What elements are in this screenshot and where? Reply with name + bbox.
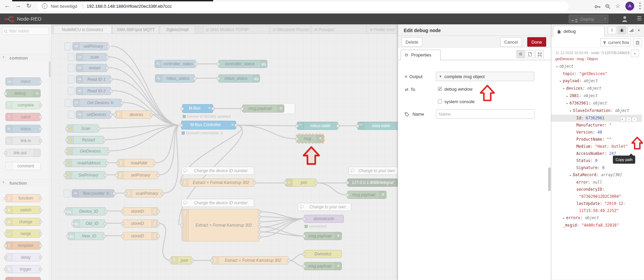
debug-tree-row[interactable]: Manufacturer: " <box>551 122 642 129</box>
copy-path-button[interactable]: >_ <box>620 117 626 122</box>
debug-tree-row[interactable]: 11T15:50:49.225Z" <box>551 207 642 214</box>
dialog-scrollbar[interactable] <box>548 167 551 191</box>
debug-tree-row[interactable]: Id: 67362961>_❐↑ <box>551 115 642 122</box>
node-description-icon-button[interactable] <box>526 50 534 58</box>
debug-message-subject: getDevices : msg : Object <box>555 57 598 61</box>
trash-icon-button[interactable] <box>633 38 642 46</box>
dialog-tab-bar: ⚙ Properties ⚙ <box>398 48 551 60</box>
zoom-out-icon[interactable] <box>605 3 610 9</box>
expand-icon[interactable]: ▸ <box>570 172 573 179</box>
funnel-icon <box>603 41 606 45</box>
expand-icon-button[interactable] <box>535 50 544 58</box>
browser-menu-icon[interactable]: ••• <box>638 2 642 10</box>
to-label: ⇄To <box>405 87 415 92</box>
browser-forward-icon[interactable]: → <box>14 2 22 9</box>
debug-tree-row[interactable]: error: null <box>551 179 642 186</box>
sidebar-tab-bar: debug i ▾ <box>551 24 644 37</box>
debug-window-label: debug window <box>444 87 472 92</box>
debug-tree-row[interactable]: Medium: "Heat: Outlet" <box>551 143 642 150</box>
delete-button[interactable]: Delete <box>401 37 422 47</box>
collapse-icon[interactable]: ▾ <box>566 100 570 107</box>
debug-message-menu-button[interactable]: ▾ <box>631 50 639 57</box>
debug-tree-row[interactable]: "673629612D2C3004" <box>551 193 642 200</box>
node-red-logo-icon <box>4 15 15 23</box>
debug-tree-row[interactable]: ▸DataRecord: array[30] <box>551 171 642 179</box>
debug-row-actions[interactable]: >_❐↑ <box>620 116 637 121</box>
avatar[interactable]: A <box>625 2 634 10</box>
collapse-icon[interactable]: ▾ <box>563 85 566 92</box>
edit-debug-node-dialog: Edit debug node Delete Cancel Done ⚙ Pro… <box>398 24 551 280</box>
page-info-icon[interactable]: i <box>42 3 47 9</box>
debug-tree-row[interactable]: ProductName: "" <box>551 136 642 143</box>
debug-tree-row[interactable]: Version: 48 <box>551 129 642 136</box>
debug-tree-row[interactable]: ▾object <box>551 63 642 70</box>
collapse-icon[interactable]: ▾ <box>559 78 563 85</box>
browser-reload-icon[interactable]: ↻ <box>24 2 33 9</box>
sidebar-toolbar: current flow <box>551 37 644 48</box>
shuffle-icon: ⇄ <box>405 87 408 92</box>
debug-tree-row[interactable]: lastUpdate: "2019-12- <box>551 200 642 207</box>
url-bar[interactable]: i Niet beveiligd | 192.168.0.148:1880/#f… <box>37 2 569 11</box>
user-icon[interactable] <box>622 16 627 22</box>
expand-icon[interactable]: ▸ <box>563 215 566 222</box>
name-input[interactable]: Name <box>436 109 534 119</box>
editor-shade <box>0 24 398 280</box>
name-placeholder: Name <box>439 112 451 117</box>
tag-icon <box>405 112 410 117</box>
debug-tree-row[interactable]: ▾SlaveInformation: object <box>551 107 642 115</box>
app-title: Node-RED <box>17 16 42 22</box>
dialog-toolbar: Delete Cancel Done <box>398 36 551 48</box>
dialog-title: Edit debug node <box>404 28 441 33</box>
debug-node-ref: node: 7c125709.048d18 <box>591 51 629 55</box>
debug-tree-row[interactable]: ▾payload: object <box>551 77 642 85</box>
copy-value-button[interactable]: ❐ <box>626 117 631 122</box>
debug-tree-row[interactable]: ▸errors: object <box>551 214 642 222</box>
deploy-label: Deploy <box>580 17 594 22</box>
browser-back-icon[interactable]: ← <box>3 2 12 9</box>
browser-tab-strip <box>12 0 213 1</box>
done-button[interactable]: Done <box>527 37 546 47</box>
debug-tree-row[interactable]: secondaryID: <box>551 186 642 193</box>
cancel-button[interactable]: Cancel <box>500 37 522 47</box>
list-icon: ≡ <box>405 74 407 79</box>
security-label: Niet beveiligd <box>51 4 77 9</box>
debug-tree-row[interactable]: ▾67362961: object <box>551 100 642 107</box>
sidebar-caret-icon[interactable]: ▾ <box>638 28 640 32</box>
tab-debug[interactable]: debug <box>553 26 604 37</box>
expand-icon[interactable]: ▸ <box>566 93 570 100</box>
debug-tree-row[interactable]: _msgid: "4e80cfa8.32816" <box>551 222 642 229</box>
bookmark-star-icon[interactable]: ☆ <box>615 2 620 9</box>
debug-sidebar: debug i ▾ current flow 11-12-2019 16:50:… <box>551 24 644 280</box>
url-separator: | <box>82 3 84 9</box>
debug-tree-row[interactable]: Signature: 0 <box>551 164 642 171</box>
deploy-button[interactable]: Deploy ▾ <box>569 15 608 23</box>
password-key-icon[interactable] <box>595 3 601 9</box>
dashboard-tab-icon-button[interactable] <box>627 26 636 34</box>
browser-chrome: ← → ↻ i Niet beveiligd | 192.168.0.148:1… <box>0 0 644 14</box>
bug-icon <box>557 29 561 34</box>
app-header: Node-RED Deploy ▾ ☰ <box>0 14 644 24</box>
gear-icon: ⚙ <box>404 52 408 57</box>
collapse-icon[interactable]: ▾ <box>556 63 559 70</box>
output-select[interactable]: ▼ complete msg object <box>436 72 534 81</box>
chevron-down-icon: ▼ <box>439 75 442 78</box>
hamburger-menu-icon[interactable]: ☰ <box>637 15 642 22</box>
info-tab-icon-button[interactable]: i <box>608 26 616 34</box>
annotation-arrow-canvas <box>303 145 320 166</box>
dialog-header: Edit debug node <box>398 24 551 36</box>
tab-properties[interactable]: ⚙ Properties <box>401 50 441 60</box>
annotation-arrow-sidebar <box>631 132 643 154</box>
filter-current-flow-button[interactable]: current flow <box>600 38 631 46</box>
debug-window-checkbox[interactable]: ✓ <box>438 87 442 91</box>
debug-tree-row[interactable]: ▾devices: object <box>551 85 642 92</box>
pin-button[interactable]: ↑ <box>632 117 637 122</box>
debug-tree-row[interactable]: ▸2881: object <box>551 92 642 100</box>
deploy-caret-icon[interactable]: ▾ <box>604 17 606 20</box>
node-settings-icon-button[interactable]: ⚙ <box>516 50 525 58</box>
debug-tab-icon-button[interactable] <box>618 26 626 34</box>
debug-tree-row[interactable]: topic: "getDevices" <box>551 70 642 77</box>
system-console-checkbox[interactable] <box>438 99 442 103</box>
system-console-label: system console <box>444 99 475 104</box>
collapse-icon[interactable]: ▾ <box>570 108 573 115</box>
debug-message-meta: 11-12-2019 16:50:49 node: 7c125709.048d1… <box>555 51 629 55</box>
